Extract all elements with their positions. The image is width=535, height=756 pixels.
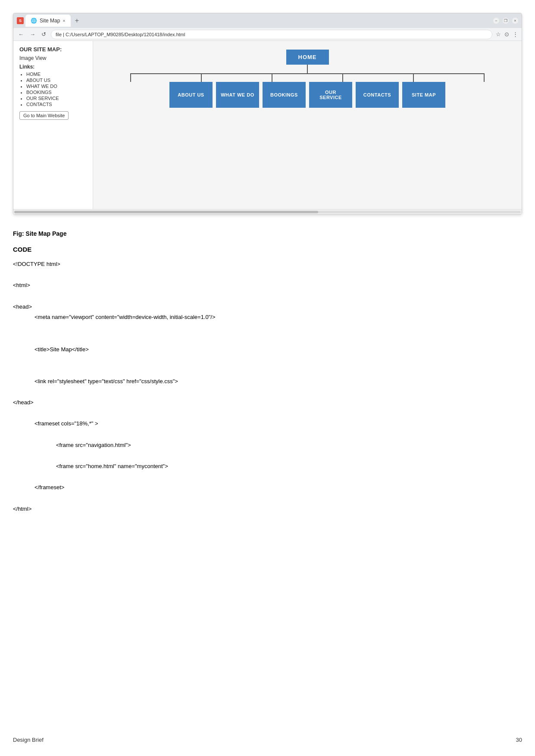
code-line-12: <link rel="stylesheet" type="text/css" h… — [13, 376, 522, 387]
refresh-button[interactable]: ↺ — [40, 31, 47, 37]
nav-panel-links-list: HOME ABOUT US WHAT WE DO BOOKINGS OUR SE… — [19, 72, 87, 107]
code-line-8 — [13, 334, 522, 344]
code-block: <!DOCTYPE html> <html> <head> <meta name… — [13, 259, 522, 515]
active-tab[interactable]: 🌐 Site Map × — [25, 15, 71, 27]
sitemap-area: HOME ABOUT US WHAT WE DO BOOKINGS — [93, 41, 522, 209]
code-line-15 — [13, 408, 522, 419]
url-input[interactable]: file | C:/Users/LAPTOP_M90285/Desktop/12… — [51, 30, 492, 39]
browser-favicon: S — [17, 17, 24, 24]
nav-item-sitemap[interactable]: SITE MAP — [402, 82, 445, 108]
nav-link-about[interactable]: ABOUT US — [26, 78, 87, 83]
code-line-1: <!DOCTYPE html> — [13, 259, 522, 270]
branch-2 — [201, 74, 202, 82]
tab-title: Site Map — [40, 18, 60, 24]
tab-icon: 🌐 — [31, 18, 37, 24]
code-heading: CODE — [13, 246, 522, 253]
nav-link-whatwedo[interactable]: WHAT WE DO — [26, 84, 87, 89]
footer: Design Brief 30 — [13, 737, 522, 743]
code-line-13 — [13, 387, 522, 397]
nav-item-contacts[interactable]: CONTACTS — [356, 82, 399, 108]
address-bar: ← → ↺ file | C:/Users/LAPTOP_M90285/Desk… — [13, 28, 522, 41]
nav-item-whatwedo[interactable]: WHAT WE DO — [216, 82, 259, 108]
branch-4 — [342, 74, 343, 82]
forward-button[interactable]: → — [28, 31, 37, 37]
code-line-17 — [13, 429, 522, 440]
sitemap-connectors — [106, 65, 509, 82]
code-line-16: <frameset cols="18%,*" > — [13, 419, 522, 429]
nav-item-bookings[interactable]: BOOKINGS — [263, 82, 306, 108]
vertical-line-top — [307, 65, 308, 73]
code-line-7 — [13, 323, 522, 334]
code-line-18: <frame src="navigation.html"> — [13, 440, 522, 451]
window-controls: − ❐ × — [493, 18, 518, 24]
code-line-20: <frame src="home.html" name="mycontent"> — [13, 461, 522, 472]
code-line-11 — [13, 366, 522, 376]
branch-3 — [272, 74, 272, 82]
nav-item-about[interactable]: ABOUT US — [169, 82, 213, 108]
scrollbar-thumb[interactable] — [14, 211, 318, 213]
address-bar-icons: ☆ ⊙ ⋮ — [496, 31, 518, 37]
nav-panel-links-label: Links: — [19, 64, 87, 70]
url-text: file | C:/Users/LAPTOP_M90285/Desktop/12… — [56, 32, 185, 37]
back-button[interactable]: ← — [17, 31, 25, 37]
horizontal-scrollbar[interactable] — [13, 209, 522, 214]
code-line-14: </head> — [13, 397, 522, 408]
code-line-23 — [13, 493, 522, 504]
footer-label: Design Brief — [13, 737, 44, 743]
branch-5 — [413, 74, 414, 82]
home-node: HOME — [286, 50, 329, 65]
code-line-6: <meta name="viewport" content="width=dev… — [13, 312, 522, 323]
code-line-19 — [13, 450, 522, 461]
document-body: Fig: Site Map Page CODE <!DOCTYPE html> … — [0, 215, 535, 532]
close-button[interactable]: × — [512, 18, 518, 24]
profile-icon[interactable]: ⊙ — [504, 31, 509, 37]
tab-close-button[interactable]: × — [63, 18, 65, 23]
code-line-3: <html> — [13, 280, 522, 291]
code-line-10 — [13, 355, 522, 366]
nav-panel-image-view: Image View — [19, 55, 87, 61]
nav-link-bookings[interactable]: BOOKINGS — [26, 90, 87, 95]
maximize-button[interactable]: ❐ — [503, 18, 509, 24]
nav-items-row: ABOUT US WHAT WE DO BOOKINGS OUR SERVICE… — [169, 82, 445, 108]
tab-bar: S 🌐 Site Map × + − ❐ × — [13, 13, 522, 28]
code-line-9: <title>Site Map</title> — [13, 344, 522, 355]
menu-icon[interactable]: ⋮ — [513, 31, 518, 37]
branch-1 — [130, 74, 131, 82]
scrollbar-track — [14, 211, 521, 213]
code-line-5: <head> — [13, 302, 522, 312]
new-tab-button[interactable]: + — [72, 17, 81, 25]
nav-panel-title: OUR SITE MAP: — [19, 46, 87, 53]
code-line-22: </frameset> — [13, 482, 522, 493]
minimize-button[interactable]: − — [493, 18, 499, 24]
code-line-2 — [13, 270, 522, 281]
code-line-21 — [13, 472, 522, 483]
code-line-4 — [13, 291, 522, 302]
fig-caption: Fig: Site Map Page — [13, 230, 522, 237]
nav-item-service[interactable]: OUR SERVICE — [309, 82, 352, 108]
nav-panel: OUR SITE MAP: Image View Links: HOME ABO… — [13, 41, 93, 209]
nav-link-service[interactable]: OUR SERVICE — [26, 96, 87, 101]
browser-content: OUR SITE MAP: Image View Links: HOME ABO… — [13, 41, 522, 209]
nav-link-contacts[interactable]: CONTACTS — [26, 102, 87, 107]
code-line-24: </html> — [13, 504, 522, 515]
branch-6 — [484, 74, 485, 82]
branch-lines — [130, 74, 485, 82]
browser-window: S 🌐 Site Map × + − ❐ × ← → ↺ file | C:/U… — [13, 13, 522, 215]
footer-page-number: 30 — [516, 737, 522, 743]
bookmark-icon[interactable]: ☆ — [496, 31, 501, 37]
go-to-main-button[interactable]: Go to Main Website — [19, 111, 69, 120]
nav-link-home[interactable]: HOME — [26, 72, 87, 77]
